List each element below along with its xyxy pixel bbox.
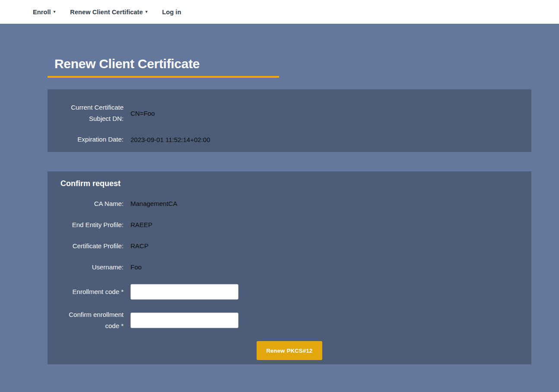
- field-label: Current Certificate Subject DN:: [56, 102, 124, 124]
- input-row-enrollment-code: Enrollment code *: [56, 278, 523, 306]
- caret-down-icon: ▾: [54, 10, 56, 14]
- nav-item-enroll[interactable]: Enroll ▾: [33, 9, 55, 16]
- field-label: Confirm enrollment code *: [56, 309, 124, 332]
- info-row-username: Username: Foo: [56, 256, 523, 278]
- nav-item-label: Renew Client Certificate: [70, 9, 143, 16]
- field-value: Foo: [130, 263, 142, 271]
- section-title: Confirm request: [60, 178, 523, 189]
- page-title: Renew Client Certificate: [54, 57, 279, 71]
- field-label: Enrollment code *: [56, 286, 124, 297]
- renew-pkcs12-button[interactable]: Renew PKCS#12: [257, 341, 322, 360]
- field-label: CA Name:: [56, 198, 124, 209]
- field-label: Certificate Profile:: [56, 240, 124, 252]
- caret-down-icon: ▾: [146, 10, 148, 14]
- page-title-block: Renew Client Certificate: [48, 57, 279, 78]
- button-row: Renew PKCS#12: [56, 341, 523, 360]
- current-certificate-panel: Current Certificate Subject DN: CN=Foo E…: [48, 89, 531, 152]
- info-row-subject-dn: Current Certificate Subject DN: CN=Foo: [56, 98, 523, 128]
- field-value: RACP: [130, 242, 149, 250]
- field-value: ManagementCA: [130, 200, 177, 207]
- info-row-end-entity-profile: End Entity Profile: RAEEP: [56, 214, 523, 235]
- input-row-confirm-enrollment-code: Confirm enrollment code *: [56, 306, 523, 335]
- field-label: Expiration Date:: [56, 134, 124, 145]
- info-row-ca-name: CA Name: ManagementCA: [56, 193, 523, 214]
- field-label: Username:: [56, 262, 124, 273]
- nav-item-log-in[interactable]: Log in: [162, 9, 181, 16]
- field-value: 2023-09-01 11:52:14+02:00: [130, 136, 210, 143]
- confirm-request-panel: Confirm request CA Name: ManagementCA En…: [48, 171, 531, 364]
- field-value: CN=Foo: [130, 110, 155, 117]
- info-row-certificate-profile: Certificate Profile: RACP: [56, 235, 523, 256]
- info-row-expiration-date: Expiration Date: 2023-09-01 11:52:14+02:…: [56, 128, 523, 151]
- nav-item-label: Enroll: [33, 9, 51, 16]
- confirm-enrollment-code-input[interactable]: [130, 313, 238, 328]
- nav-item-label: Log in: [162, 9, 181, 16]
- field-label: End Entity Profile:: [56, 219, 124, 231]
- nav-item-renew-client-certificate[interactable]: Renew Client Certificate ▾: [70, 9, 147, 16]
- field-value: RAEEP: [130, 221, 152, 228]
- top-navbar: Enroll ▾ Renew Client Certificate ▾ Log …: [0, 0, 559, 24]
- enrollment-code-input[interactable]: [130, 284, 238, 300]
